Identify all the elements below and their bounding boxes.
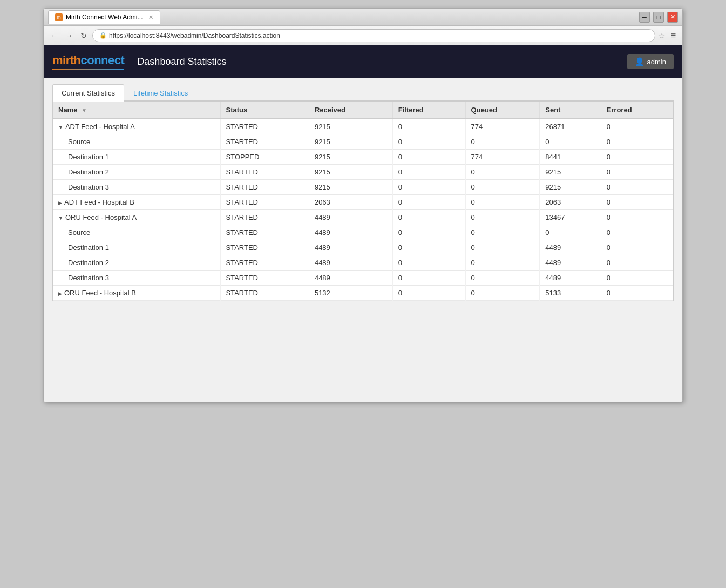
tab-close-button[interactable]: ✕ [148,14,153,21]
cell-status: STARTED [220,271,309,286]
cell-received: 4489 [309,240,392,255]
cell-queued: 0 [465,195,540,210]
cell-received: 9215 [309,165,392,180]
cell-name: Destination 1 [53,150,220,165]
window-controls: ─ □ ✕ [639,12,678,23]
cell-name: ▼ORU Feed - Hospital A [53,210,220,225]
cell-sent: 26871 [540,119,601,134]
cell-errored: 0 [601,180,673,195]
cell-errored: 0 [601,271,673,286]
statistics-table-container: Name ▼ Status Received Filtered Queued S… [52,102,674,301]
cell-received: 4489 [309,225,392,240]
cell-errored: 0 [601,134,673,150]
cell-queued: 0 [465,210,540,225]
table-row: ▶ADT Feed - Hospital B STARTED 2063 0 0 … [53,195,673,210]
expand-icon[interactable]: ▶ [58,200,62,206]
table-row: Destination 1 STOPPED 9215 0 774 8441 0 [53,150,673,165]
cell-queued: 0 [465,240,540,255]
cell-filtered: 0 [392,150,465,165]
cell-sent: 2063 [540,195,601,210]
cell-received: 4489 [309,271,392,286]
cell-sent: 4489 [540,240,601,255]
cell-errored: 0 [601,210,673,225]
sort-icon: ▼ [82,107,87,113]
cell-filtered: 0 [392,119,465,134]
cell-status: STARTED [220,165,309,180]
refresh-button[interactable]: ↻ [78,30,89,41]
app-logo: mirthconnect [52,53,124,70]
col-header-errored: Errored [601,102,673,119]
cell-errored: 0 [601,286,673,301]
col-header-status: Status [220,102,309,119]
cell-queued: 0 [465,271,540,286]
minimize-button[interactable]: ─ [639,12,650,23]
cell-name: Source [53,225,220,240]
cell-queued: 0 [465,225,540,240]
cell-filtered: 0 [392,134,465,150]
tabs-container: Current Statistics Lifetime Statistics [52,84,674,102]
cell-name: ▶ORU Feed - Hospital B [53,286,220,301]
maximize-button[interactable]: □ [653,12,664,23]
bookmark-icon[interactable]: ☆ [659,31,666,40]
table-row: ▼ADT Feed - Hospital A STARTED 9215 0 77… [53,119,673,134]
cell-queued: 0 [465,134,540,150]
cell-status: STARTED [220,195,309,210]
cell-status: STARTED [220,210,309,225]
table-row: ▼ORU Feed - Hospital A STARTED 4489 0 0 … [53,210,673,225]
tab-lifetime-statistics[interactable]: Lifetime Statistics [124,84,197,102]
table-row: Destination 3 STARTED 4489 0 0 4489 0 [53,271,673,286]
cell-filtered: 0 [392,210,465,225]
cell-sent: 4489 [540,255,601,271]
app-title: Dashboard Statistics [137,56,226,67]
cell-received: 9215 [309,150,392,165]
col-header-queued: Queued [465,102,540,119]
tab-favicon: m [55,13,63,21]
logo-mirth: mirth [52,53,81,67]
user-menu-button[interactable]: 👤 admin [627,54,674,69]
cell-status: STOPPED [220,150,309,165]
col-header-name[interactable]: Name ▼ [53,102,220,119]
cell-filtered: 0 [392,240,465,255]
expand-icon[interactable]: ▼ [58,125,63,130]
cell-sent: 0 [540,225,601,240]
browser-menu-button[interactable]: ≡ [669,30,678,42]
cell-filtered: 0 [392,195,465,210]
cell-filtered: 0 [392,255,465,271]
expand-icon[interactable]: ▼ [58,215,63,221]
cell-name: Destination 1 [53,240,220,255]
cell-received: 9215 [309,180,392,195]
cell-sent: 5133 [540,286,601,301]
col-header-sent: Sent [540,102,601,119]
user-icon: 👤 [635,57,644,66]
expand-icon[interactable]: ▶ [58,291,62,296]
table-header-row: Name ▼ Status Received Filtered Queued S… [53,102,673,119]
user-label: admin [647,58,666,66]
cell-errored: 0 [601,119,673,134]
browser-titlebar: m Mirth Connect Web Admi... ✕ ─ □ ✕ [44,9,682,26]
cell-errored: 0 [601,255,673,271]
cell-received: 5132 [309,286,392,301]
back-button[interactable]: ← [48,30,60,41]
tab-current-statistics[interactable]: Current Statistics [52,84,124,102]
browser-tab[interactable]: m Mirth Connect Web Admi... ✕ [48,10,160,24]
cell-status: STARTED [220,180,309,195]
cell-status: STARTED [220,134,309,150]
address-bar[interactable]: 🔒 https://localhost:8443/webadmin/Dashbo… [92,29,655,42]
tab-title: Mirth Connect Web Admi... [66,13,143,21]
forward-button[interactable]: → [63,30,75,41]
cell-queued: 0 [465,286,540,301]
cell-queued: 0 [465,180,540,195]
close-button[interactable]: ✕ [667,12,678,23]
cell-errored: 0 [601,150,673,165]
table-row: Destination 1 STARTED 4489 0 0 4489 0 [53,240,673,255]
cell-queued: 0 [465,165,540,180]
content-area: Current Statistics Lifetime Statistics N… [44,78,682,402]
browser-toolbar: ← → ↻ 🔒 https://localhost:8443/webadmin/… [44,26,682,45]
table-row: Destination 2 STARTED 4489 0 0 4489 0 [53,255,673,271]
table-row: ▶ORU Feed - Hospital B STARTED 5132 0 0 … [53,286,673,301]
cell-sent: 9215 [540,180,601,195]
cell-errored: 0 [601,240,673,255]
cell-name: Source [53,134,220,150]
table-row: Source STARTED 4489 0 0 0 0 [53,225,673,240]
cell-queued: 0 [465,255,540,271]
